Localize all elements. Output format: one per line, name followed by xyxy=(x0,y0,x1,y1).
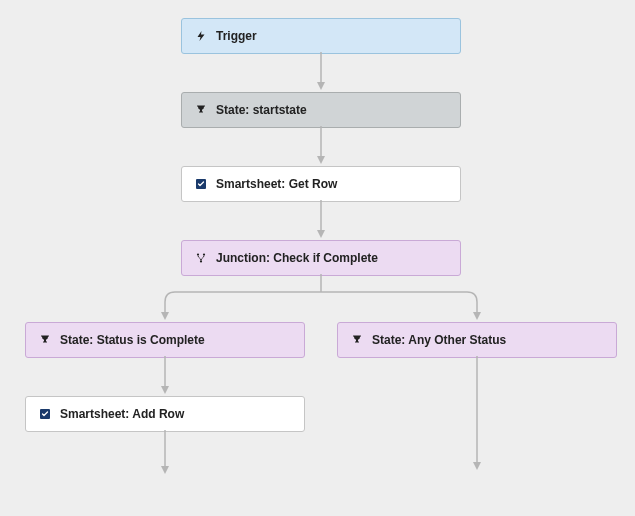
svg-marker-12 xyxy=(161,312,169,320)
node-trigger[interactable]: Trigger xyxy=(181,18,461,54)
svg-marker-14 xyxy=(473,312,481,320)
node-label: Trigger xyxy=(216,29,257,43)
svg-marker-16 xyxy=(161,386,169,394)
svg-marker-1 xyxy=(317,82,325,90)
node-state-startstate[interactable]: State: startstate xyxy=(181,92,461,128)
node-junction-check-complete[interactable]: Junction: Check if Complete xyxy=(181,240,461,276)
workflow-canvas: Trigger State: startstate Smartsheet: Ge… xyxy=(0,0,635,516)
trophy-icon xyxy=(38,333,52,347)
node-state-any-other-status[interactable]: State: Any Other Status xyxy=(337,322,617,358)
lightning-icon xyxy=(194,29,208,43)
node-label: State: Any Other Status xyxy=(372,333,506,347)
smartsheet-check-icon xyxy=(38,407,52,421)
smartsheet-check-icon xyxy=(194,177,208,191)
trophy-icon xyxy=(350,333,364,347)
trophy-icon xyxy=(194,103,208,117)
svg-marker-21 xyxy=(161,466,169,474)
svg-marker-3 xyxy=(317,156,325,164)
node-label: State: startstate xyxy=(216,103,307,117)
node-smartsheet-add-row[interactable]: Smartsheet: Add Row xyxy=(25,396,305,432)
branch-icon xyxy=(194,251,208,265)
node-label: Smartsheet: Add Row xyxy=(60,407,184,421)
node-label: Smartsheet: Get Row xyxy=(216,177,337,191)
svg-point-7 xyxy=(197,253,199,255)
svg-point-9 xyxy=(200,260,202,262)
svg-marker-6 xyxy=(317,230,325,238)
node-label: State: Status is Complete xyxy=(60,333,205,347)
svg-marker-18 xyxy=(473,462,481,470)
node-smartsheet-get-row[interactable]: Smartsheet: Get Row xyxy=(181,166,461,202)
node-label: Junction: Check if Complete xyxy=(216,251,378,265)
node-state-status-complete[interactable]: State: Status is Complete xyxy=(25,322,305,358)
svg-point-8 xyxy=(203,253,205,255)
